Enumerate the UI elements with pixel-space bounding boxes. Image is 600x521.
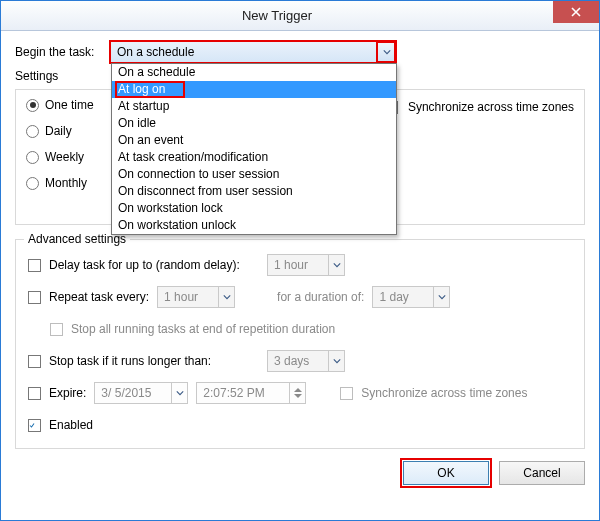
begin-task-combo[interactable]: On a schedule On a schedule At log on At…: [110, 41, 396, 63]
dropdown-item[interactable]: On workstation unlock: [112, 217, 396, 234]
enabled-label: Enabled: [49, 418, 93, 432]
radio-icon: [26, 125, 39, 138]
expire-time-field[interactable]: 2:07:52 PM: [196, 382, 306, 404]
dropdown-item[interactable]: On connection to user session: [112, 166, 396, 183]
dropdown-item[interactable]: On idle: [112, 115, 396, 132]
repeat-value-combo[interactable]: 1 hour: [157, 286, 235, 308]
delay-label: Delay task for up to (random delay):: [49, 258, 259, 272]
radio-icon: [26, 99, 39, 112]
radio-monthly[interactable]: Monthly: [26, 176, 116, 190]
expire-time-value: 2:07:52 PM: [203, 386, 264, 400]
chevron-down-icon: [328, 351, 344, 371]
chevron-down-icon: [383, 48, 391, 56]
expire-date-value: 3/ 5/2015: [101, 386, 151, 400]
duration-value: 1 day: [379, 290, 408, 304]
delay-value-combo[interactable]: 1 hour: [267, 254, 345, 276]
settings-label: Settings: [15, 69, 110, 83]
close-icon: [571, 7, 581, 17]
window-title: New Trigger: [1, 8, 553, 23]
chevron-down-icon: [433, 287, 449, 307]
radio-icon: [26, 151, 39, 164]
sync-tz-label: Synchronize across time zones: [408, 100, 574, 114]
title-bar: New Trigger: [1, 1, 599, 31]
stop-all-label: Stop all running tasks at end of repetit…: [71, 322, 335, 336]
chevron-down-icon: [218, 287, 234, 307]
check-icon: [29, 420, 35, 431]
chevron-down-icon: [328, 255, 344, 275]
stop-longer-label: Stop task if it runs longer than:: [49, 354, 259, 368]
radio-label: Daily: [45, 124, 72, 138]
expire-sync-tz-label: Synchronize across time zones: [361, 386, 527, 400]
repeat-label: Repeat task every:: [49, 290, 149, 304]
delay-checkbox[interactable]: [28, 259, 41, 272]
dropdown-item[interactable]: On workstation lock: [112, 200, 396, 217]
button-label: Cancel: [523, 466, 560, 480]
expire-checkbox[interactable]: [28, 387, 41, 400]
advanced-settings-frame: Advanced settings Delay task for up to (…: [15, 239, 585, 449]
calendar-dropdown-icon: [171, 383, 187, 403]
radio-weekly[interactable]: Weekly: [26, 150, 116, 164]
button-label: OK: [437, 466, 454, 480]
duration-value-combo[interactable]: 1 day: [372, 286, 450, 308]
close-button[interactable]: [553, 1, 599, 23]
begin-task-label: Begin the task:: [15, 45, 110, 59]
radio-icon: [26, 177, 39, 190]
expire-sync-tz-checkbox: [340, 387, 353, 400]
cancel-button[interactable]: Cancel: [499, 461, 585, 485]
ok-button[interactable]: OK: [403, 461, 489, 485]
dropdown-item[interactable]: At task creation/modification: [112, 149, 396, 166]
stop-longer-value: 3 days: [274, 354, 309, 368]
dropdown-item[interactable]: At startup: [112, 98, 396, 115]
enabled-checkbox[interactable]: [28, 419, 41, 432]
repeat-value: 1 hour: [164, 290, 198, 304]
dropdown-item[interactable]: On a schedule: [112, 64, 396, 81]
radio-one-time[interactable]: One time: [26, 98, 116, 112]
radio-label: Monthly: [45, 176, 87, 190]
begin-task-combo-button[interactable]: [377, 42, 395, 62]
radio-daily[interactable]: Daily: [26, 124, 116, 138]
dialog-footer: OK Cancel: [1, 455, 599, 497]
stop-all-checkbox: [50, 323, 63, 336]
expire-date-field[interactable]: 3/ 5/2015: [94, 382, 188, 404]
expire-label: Expire:: [49, 386, 86, 400]
delay-value: 1 hour: [274, 258, 308, 272]
begin-task-dropdown[interactable]: On a schedule At log on At startup On id…: [111, 63, 397, 235]
radio-label: Weekly: [45, 150, 84, 164]
duration-label: for a duration of:: [277, 290, 364, 304]
dropdown-item[interactable]: On an event: [112, 132, 396, 149]
stop-longer-combo[interactable]: 3 days: [267, 350, 345, 372]
repeat-checkbox[interactable]: [28, 291, 41, 304]
stop-longer-checkbox[interactable]: [28, 355, 41, 368]
spinner-icon: [289, 383, 305, 403]
radio-label: One time: [45, 98, 94, 112]
begin-task-selected: On a schedule: [117, 45, 194, 59]
dropdown-item[interactable]: On disconnect from user session: [112, 183, 396, 200]
dropdown-item[interactable]: At log on: [112, 81, 396, 98]
